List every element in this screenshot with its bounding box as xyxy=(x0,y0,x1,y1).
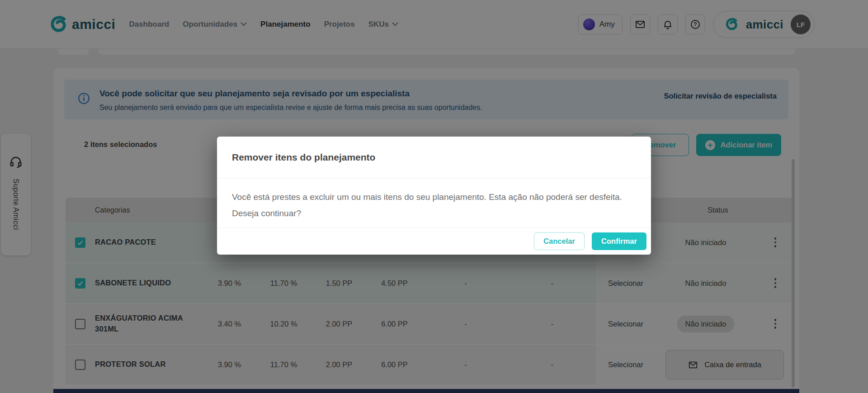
modal-title: Remover itens do planejamento xyxy=(232,152,375,163)
confirm-button[interactable]: Confirmar xyxy=(592,232,646,250)
cancel-button[interactable]: Cancelar xyxy=(534,232,585,250)
remove-items-modal: Remover itens do planejamento Você está … xyxy=(217,137,651,255)
modal-message: Você está prestes a excluir um ou mais i… xyxy=(232,189,633,222)
